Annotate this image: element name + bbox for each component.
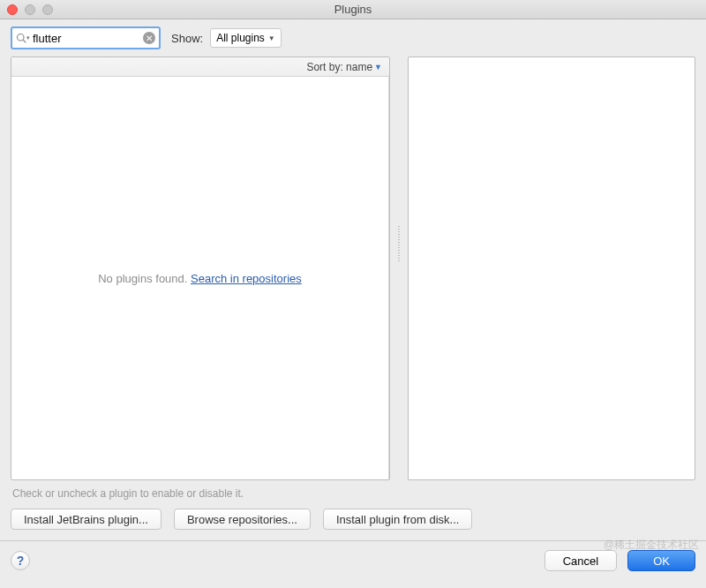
toolbar: ▾ ✕ Show: All plugins ▼: [0, 19, 706, 57]
search-icon: [16, 33, 26, 43]
svg-point-0: [18, 34, 25, 41]
plugin-detail-panel: [408, 57, 695, 480]
search-field-wrap[interactable]: ▾ ✕: [11, 26, 161, 49]
sort-header[interactable]: Sort by: name ▼: [11, 57, 389, 77]
search-input[interactable]: [33, 32, 143, 45]
hint-text: Check or uncheck a plugin to enable or d…: [0, 480, 706, 509]
ok-button[interactable]: OK: [627, 550, 695, 571]
show-filter-value: All plugins: [216, 32, 265, 44]
sort-chevron-icon: ▼: [374, 63, 382, 72]
search-in-repositories-link[interactable]: Search in repositories: [191, 272, 302, 285]
content-area: Sort by: name ▼ No plugins found. Search…: [0, 57, 706, 480]
help-button[interactable]: ?: [11, 551, 30, 570]
show-filter-combo[interactable]: All plugins ▼: [210, 28, 282, 48]
browse-repositories-button[interactable]: Browse repositories...: [174, 509, 311, 530]
plugin-list: No plugins found. Search in repositories: [11, 77, 389, 479]
chevron-down-icon: ▼: [268, 34, 275, 42]
cancel-button[interactable]: Cancel: [545, 550, 617, 571]
plugin-list-panel: Sort by: name ▼ No plugins found. Search…: [11, 57, 390, 480]
install-jetbrains-plugin-button[interactable]: Install JetBrains plugin...: [11, 509, 161, 530]
window-titlebar: Plugins: [0, 0, 706, 19]
footer-buttons: Cancel OK: [545, 550, 695, 571]
install-from-disk-button[interactable]: Install plugin from disk...: [323, 509, 472, 530]
empty-state: No plugins found. Search in repositories: [98, 272, 302, 285]
action-buttons: Install JetBrains plugin... Browse repos…: [0, 509, 706, 540]
search-options-chevron-icon[interactable]: ▾: [26, 34, 30, 41]
footer: ? Cancel OK: [0, 541, 706, 580]
clear-search-icon[interactable]: ✕: [143, 32, 155, 44]
sort-label: Sort by: name: [306, 61, 372, 73]
panel-splitter[interactable]: [397, 57, 401, 480]
svg-line-1: [23, 40, 26, 42]
empty-text: No plugins found.: [98, 272, 191, 285]
window-title: Plugins: [0, 3, 706, 16]
show-label: Show:: [171, 32, 203, 45]
